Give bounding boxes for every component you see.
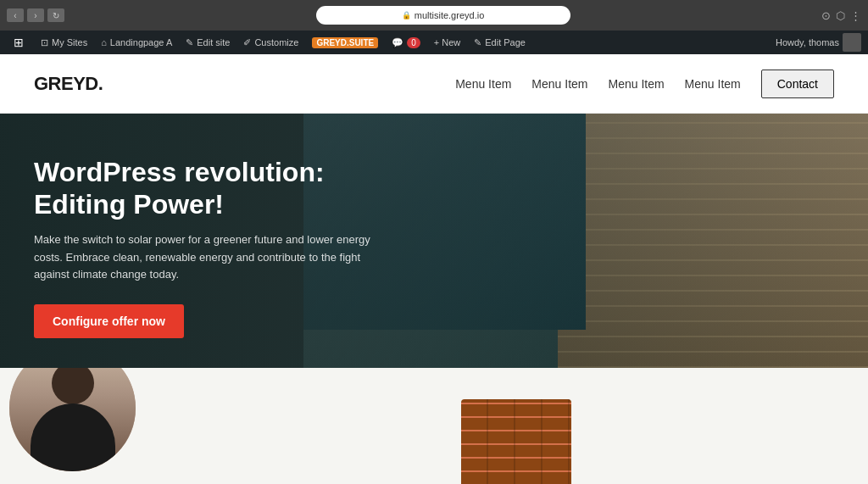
wp-logo-item[interactable]: ⊞: [7, 31, 34, 54]
extensions-icon: ⬡: [836, 9, 845, 22]
customize-item[interactable]: ✐ Customize: [236, 31, 305, 54]
wp-logo-icon: ⊞: [14, 36, 24, 49]
wp-admin-bar: ⊞ ⊡ My Sites ⌂ Landingpage A ✎ Edit site…: [0, 31, 868, 54]
landingpage-label: Landingpage A: [110, 37, 172, 47]
customize-label: Customize: [254, 37, 298, 47]
nav-item-4[interactable]: Menu Item: [685, 77, 741, 91]
user-avatar-icon: [843, 33, 861, 52]
edit-page-icon: ✎: [474, 37, 481, 48]
new-label: + New: [434, 37, 461, 47]
menu-dots-icon: ⋮: [850, 9, 861, 22]
nav-item-1[interactable]: Menu Item: [455, 77, 511, 91]
address-bar[interactable]: 🔒 multisite.greyd.io: [316, 6, 570, 25]
configure-offer-button[interactable]: Configure offer now: [34, 304, 184, 338]
edit-site-label: Edit site: [197, 37, 230, 47]
site-header: GREYD. Menu Item Menu Item Menu Item Men…: [0, 54, 868, 114]
below-hero-section: [0, 368, 868, 484]
edit-page-item[interactable]: ✎ Edit Page: [467, 31, 532, 54]
browser-controls: ‹ › ↻: [7, 8, 64, 22]
contact-button[interactable]: Contact: [761, 70, 834, 98]
comment-icon: 💬: [392, 37, 403, 48]
browser-right-controls: ⊙ ⬡ ⋮: [821, 9, 861, 22]
browser-chrome: ‹ › ↻ 🔒 multisite.greyd.io ⊙ ⬡ ⋮: [0, 0, 868, 31]
profile-icon: ⊙: [821, 9, 831, 22]
url-text: multisite.greyd.io: [415, 10, 485, 20]
comments-item[interactable]: 💬 0: [385, 31, 427, 54]
edit-site-icon: ✎: [186, 37, 193, 48]
lock-icon: 🔒: [402, 11, 411, 19]
hero-subtitle: Make the switch to solar power for a gre…: [34, 231, 390, 284]
edit-site-item[interactable]: ✎ Edit site: [179, 31, 236, 54]
sites-icon: ⊡: [41, 37, 48, 48]
hero-title: WordPress revolution:Editing Power!: [34, 156, 441, 221]
new-item[interactable]: + New: [427, 31, 468, 54]
refresh-button[interactable]: ↻: [47, 8, 64, 22]
hero-content: WordPress revolution:Editing Power! Make…: [0, 114, 475, 368]
comment-count: 0: [407, 37, 420, 48]
site-icon: ⌂: [101, 37, 107, 47]
brick-pile-decoration: [461, 399, 571, 484]
wp-admin-right: Howdy, thomas: [776, 33, 861, 52]
howdy-text: Howdy, thomas: [776, 37, 839, 47]
landingpage-item[interactable]: ⌂ Landingpage A: [94, 31, 179, 54]
my-sites-label: My Sites: [52, 37, 87, 47]
greyd-suite-item[interactable]: GREYD.SUITE: [305, 31, 385, 54]
hero-section: WordPress revolution:Editing Power! Make…: [0, 114, 868, 368]
site-nav: Menu Item Menu Item Menu Item Menu Item …: [455, 70, 834, 98]
edit-page-label: Edit Page: [485, 37, 526, 47]
person-avatar: [7, 368, 138, 474]
my-sites-item[interactable]: ⊡ My Sites: [34, 31, 94, 54]
nav-item-2[interactable]: Menu Item: [531, 77, 587, 91]
avatar-image: [9, 368, 136, 471]
customize-icon: ✐: [243, 37, 251, 48]
back-button[interactable]: ‹: [7, 8, 24, 22]
greyd-badge: GREYD.SUITE: [312, 37, 378, 48]
site-logo[interactable]: GREYD.: [34, 73, 103, 95]
nav-item-3[interactable]: Menu Item: [608, 77, 664, 91]
forward-button[interactable]: ›: [27, 8, 44, 22]
